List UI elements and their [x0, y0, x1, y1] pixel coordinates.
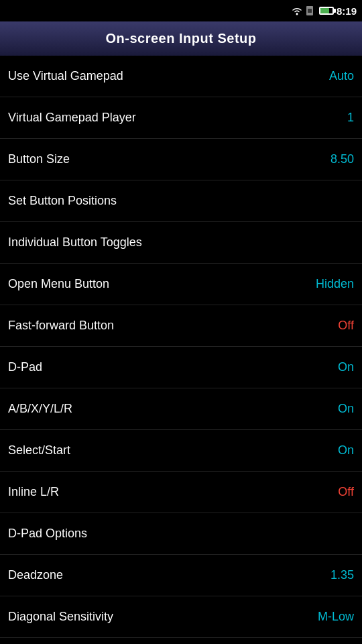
settings-row-individual-button-toggles[interactable]: Individual Button Toggles [0, 222, 362, 264]
value-select-start: On [338, 443, 354, 458]
settings-row-use-virtual-gamepad[interactable]: Use Virtual GamepadAuto [0, 56, 362, 97]
settings-row-open-menu-button[interactable]: Open Menu ButtonHidden [0, 264, 362, 305]
value-inline-lr: Off [338, 485, 354, 499]
value-fast-forward-button: Off [338, 319, 354, 333]
value-virtual-gamepad-player: 1 [347, 111, 354, 125]
value-d-pad: On [338, 360, 354, 374]
settings-row-dpad-options[interactable]: D-Pad Options [0, 513, 362, 555]
settings-row-virtual-gamepad-player[interactable]: Virtual Gamepad Player1 [0, 97, 362, 139]
settings-row-diagonal-sensitivity[interactable]: Diagonal SensitivityM-Low [0, 596, 362, 638]
settings-row-abxylr[interactable]: A/B/X/Y/L/ROn [0, 388, 362, 430]
label-deadzone: Deadzone [8, 568, 63, 582]
page-header: On-screen Input Setup [0, 21, 362, 56]
settings-row-inline-lr[interactable]: Inline L/ROff [0, 472, 362, 513]
label-use-virtual-gamepad: Use Virtual Gamepad [8, 69, 123, 83]
value-diagonal-sensitivity: M-Low [318, 610, 354, 624]
settings-row-d-pad[interactable]: D-PadOn [0, 347, 362, 388]
settings-row-fast-forward-button[interactable]: Fast-forward ButtonOff [0, 305, 362, 347]
label-individual-button-toggles: Individual Button Toggles [8, 235, 142, 250]
settings-row-deadzone[interactable]: Deadzone1.35 [0, 555, 362, 596]
status-bar: 8:19 [0, 0, 362, 21]
wifi-icon [291, 6, 303, 15]
label-fast-forward-button: Fast-forward Button [8, 319, 114, 333]
svg-rect-2 [308, 9, 312, 13]
label-abxylr: A/B/X/Y/L/R [8, 402, 72, 416]
battery-fill [320, 8, 329, 13]
battery-icon [319, 7, 334, 15]
status-time: 8:19 [337, 5, 357, 17]
value-open-menu-button: Hidden [316, 277, 354, 291]
label-button-size: Button Size [8, 152, 70, 166]
settings-row-select-start[interactable]: Select/StartOn [0, 430, 362, 472]
label-dpad-options: D-Pad Options [8, 527, 87, 541]
label-inline-lr: Inline L/R [8, 485, 59, 499]
settings-row-set-button-positions[interactable]: Set Button Positions [0, 180, 362, 222]
svg-point-0 [296, 13, 298, 15]
label-set-button-positions: Set Button Positions [8, 194, 117, 208]
page-title: On-screen Input Setup [106, 31, 257, 46]
label-virtual-gamepad-player: Virtual Gamepad Player [8, 111, 136, 125]
value-button-size: 8.50 [330, 152, 354, 166]
settings-row-button-size[interactable]: Button Size8.50 [0, 139, 362, 180]
value-deadzone: 1.35 [330, 568, 354, 582]
sim-icon [306, 6, 316, 15]
label-open-menu-button: Open Menu Button [8, 277, 109, 291]
label-select-start: Select/Start [8, 443, 70, 458]
label-d-pad: D-Pad [8, 360, 42, 374]
value-use-virtual-gamepad: Auto [329, 69, 354, 83]
value-abxylr: On [338, 402, 354, 416]
status-icons: 8:19 [291, 5, 357, 17]
settings-list: Use Virtual GamepadAutoVirtual Gamepad P… [0, 56, 362, 638]
label-diagonal-sensitivity: Diagonal Sensitivity [8, 610, 113, 624]
